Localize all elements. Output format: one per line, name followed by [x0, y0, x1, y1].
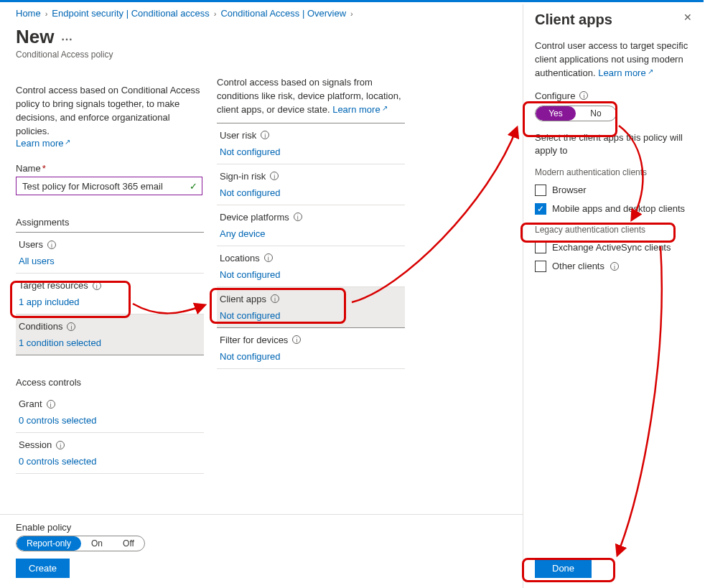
info-icon: i — [271, 294, 279, 303]
done-button[interactable]: Done — [535, 559, 592, 578]
check-icon: ✓ — [190, 181, 197, 192]
conditions-intro: Control access based on signals from con… — [217, 76, 405, 117]
name-input[interactable]: Test policy for Microsoft 365 email ✓ — [16, 177, 202, 195]
external-link-icon: ↗ — [65, 138, 70, 146]
info-icon: i — [47, 400, 55, 409]
blade-title: Client apps — [535, 11, 612, 28]
info-icon: i — [47, 241, 56, 249]
users-value[interactable]: All users — [19, 256, 201, 266]
checkbox-mobile-label: Mobile apps and desktop clients — [552, 203, 685, 214]
intro-text: Control access based on Conditional Acce… — [16, 84, 204, 138]
assignments-header: Assignments — [16, 210, 204, 233]
info-icon: i — [93, 281, 101, 290]
close-icon[interactable]: ✕ — [683, 11, 692, 23]
row-conditions[interactable]: Conditionsi 1 condition selected — [16, 314, 204, 355]
name-label: Name — [16, 163, 41, 174]
row-signin-risk[interactable]: Sign-in riski Not configured — [217, 164, 405, 205]
checkbox-mobile-row[interactable]: ✓ Mobile apps and desktop clients — [535, 203, 692, 215]
configure-label: Configure — [535, 90, 575, 101]
enable-policy-toggle[interactable]: Report-only On Off — [16, 536, 145, 551]
toggle-report-only[interactable]: Report-only — [17, 536, 81, 551]
toggle-on[interactable]: On — [81, 536, 113, 551]
checkbox-browser[interactable] — [535, 185, 546, 196]
conditions-value[interactable]: 1 condition selected — [19, 337, 201, 348]
external-link-icon: ↗ — [648, 67, 653, 75]
row-filter-devices[interactable]: Filter for devicesi Not configured — [217, 328, 405, 369]
blade-intro: Control user access to target specific c… — [535, 39, 692, 80]
chevron-right-icon: › — [214, 9, 217, 18]
row-client-apps[interactable]: Client appsi Not configured — [217, 287, 405, 328]
row-locations[interactable]: Locationsi Not configured — [217, 246, 405, 287]
toggle-off[interactable]: Off — [113, 536, 144, 551]
conditions-learn-more[interactable]: Learn more↗ — [332, 104, 387, 115]
crumb-endpoint[interactable]: Endpoint security | Conditional access — [52, 8, 209, 19]
toggle-yes[interactable]: Yes — [536, 106, 576, 121]
crumb-home[interactable]: Home — [16, 8, 41, 19]
checkbox-eas-label: Exchange ActiveSync clients — [552, 242, 671, 253]
info-icon: i — [292, 335, 301, 344]
checkbox-other-row[interactable]: Other clients i — [535, 261, 692, 272]
info-icon: i — [67, 322, 75, 331]
info-icon: i — [56, 441, 65, 449]
client-apps-blade: Client apps ✕ Control user access to tar… — [523, 4, 704, 588]
chevron-right-icon: › — [45, 9, 48, 18]
row-grant[interactable]: Granti 0 controls selected — [16, 392, 204, 433]
info-icon: i — [610, 262, 619, 271]
row-users[interactable]: Usersi All users — [16, 233, 204, 274]
select-intro: Select the client apps this policy will … — [535, 131, 692, 157]
toggle-no[interactable]: No — [576, 106, 616, 121]
page-title: New — [16, 26, 54, 48]
checkbox-browser-label: Browser — [552, 185, 587, 195]
more-menu-button[interactable]: ⋯ — [61, 32, 74, 46]
row-session[interactable]: Sessioni 0 controls selected — [16, 433, 204, 474]
checkbox-eas-row[interactable]: Exchange ActiveSync clients — [535, 242, 692, 253]
info-icon: i — [261, 131, 269, 139]
row-user-risk[interactable]: User riski Not configured — [217, 123, 405, 164]
checkbox-mobile[interactable]: ✓ — [535, 203, 546, 215]
row-target[interactable]: Target resourcesi 1 app included — [16, 274, 204, 314]
checkbox-other-label: Other clients — [552, 261, 604, 271]
info-icon: i — [270, 172, 279, 180]
checkbox-eas[interactable] — [535, 242, 546, 253]
session-value[interactable]: 0 controls selected — [19, 456, 201, 467]
create-button[interactable]: Create — [16, 559, 70, 578]
external-link-icon: ↗ — [382, 104, 388, 112]
blade-learn-more[interactable]: Learn more↗ — [598, 67, 653, 78]
chevron-right-icon: › — [350, 9, 353, 18]
checkbox-browser-row[interactable]: Browser — [535, 185, 692, 196]
checkbox-other[interactable] — [535, 261, 546, 272]
learn-more-link[interactable]: Learn more↗ — [16, 138, 70, 149]
target-value[interactable]: 1 app included — [19, 297, 201, 307]
group-modern: Modern authentication clients — [535, 167, 692, 177]
info-icon: i — [294, 213, 302, 221]
group-legacy: Legacy authentication clients — [535, 225, 692, 235]
info-icon: i — [579, 91, 588, 100]
info-icon: i — [264, 253, 273, 262]
row-device-platforms[interactable]: Device platformsi Any device — [217, 205, 405, 246]
crumb-overview[interactable]: Conditional Access | Overview — [220, 8, 346, 19]
page-subtitle: Conditional Access policy — [16, 50, 204, 60]
access-controls-header: Access controls — [16, 370, 204, 392]
grant-value[interactable]: 0 controls selected — [19, 415, 201, 426]
configure-toggle[interactable]: Yes No — [535, 106, 617, 121]
